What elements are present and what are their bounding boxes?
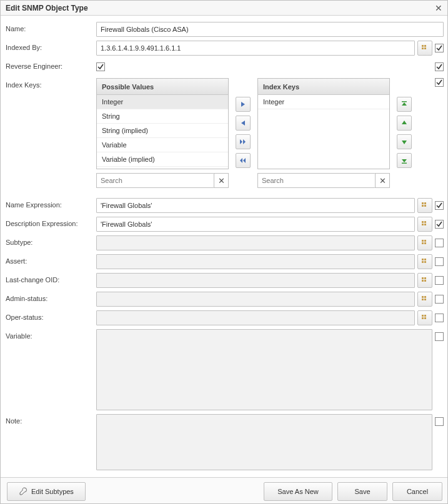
- subtype-label: Subtype:: [6, 235, 96, 246]
- svg-rect-17: [424, 242, 426, 244]
- name-label: Name:: [6, 22, 96, 32]
- titlebar: Edit SNMP Object Type ✕: [1, 1, 448, 16]
- last-change-oid-checkbox[interactable]: [435, 276, 444, 285]
- list-item[interactable]: String: [97, 109, 228, 124]
- last-change-oid-label: Last-change OID:: [6, 273, 96, 284]
- name-expression-checkbox[interactable]: [435, 201, 444, 210]
- last-change-oid-browse-button[interactable]: [417, 273, 432, 288]
- move-left-button[interactable]: [236, 116, 251, 131]
- index-keys-header: Index Keys: [258, 79, 389, 95]
- move-down-button[interactable]: [397, 134, 412, 149]
- svg-rect-29: [424, 299, 426, 300]
- admin-status-browse-button[interactable]: [417, 292, 432, 307]
- oper-status-field: [96, 310, 415, 325]
- clear-search-icon[interactable]: ✕: [214, 173, 229, 188]
- edit-subtypes-label: Edit Subtypes: [31, 488, 74, 495]
- svg-rect-14: [422, 240, 424, 242]
- svg-rect-23: [424, 277, 426, 279]
- svg-rect-32: [422, 317, 424, 319]
- possible-values-panel: Possible Values Integer String String (i…: [96, 78, 229, 169]
- name-expression-browse-button[interactable]: [417, 198, 432, 213]
- index-keys-checkbox[interactable]: [435, 78, 444, 87]
- svg-rect-10: [422, 221, 424, 223]
- note-checkbox[interactable]: [435, 417, 444, 426]
- reverse-engineer-checkbox-left[interactable]: [96, 62, 105, 71]
- save-button[interactable]: Save: [337, 482, 387, 501]
- reverse-engineer-label: Reverse Engineer:: [6, 59, 96, 70]
- last-change-oid-field: [96, 273, 415, 288]
- svg-rect-16: [422, 242, 424, 244]
- clear-search-icon[interactable]: ✕: [375, 173, 390, 188]
- close-icon[interactable]: ✕: [432, 3, 445, 13]
- description-expression-field[interactable]: [96, 217, 415, 232]
- index-keys-list[interactable]: Integer: [258, 95, 389, 169]
- svg-rect-12: [422, 224, 424, 225]
- svg-rect-30: [422, 315, 424, 317]
- svg-rect-31: [424, 315, 426, 317]
- svg-rect-20: [422, 261, 424, 263]
- svg-rect-18: [422, 259, 424, 260]
- save-as-new-button[interactable]: Save As New: [264, 482, 332, 501]
- possible-values-header: Possible Values: [97, 79, 228, 95]
- description-expression-checkbox[interactable]: [435, 220, 444, 229]
- svg-rect-11: [424, 221, 426, 223]
- list-item[interactable]: String (implied): [97, 124, 228, 138]
- indexed-by-browse-button[interactable]: [417, 41, 432, 56]
- list-item[interactable]: Integer: [97, 95, 228, 109]
- cancel-button[interactable]: Cancel: [392, 482, 442, 501]
- subtype-browse-button[interactable]: [417, 235, 432, 250]
- admin-status-field: [96, 292, 415, 307]
- svg-rect-7: [424, 202, 426, 204]
- index-keys-picker: Possible Values Integer String String (i…: [96, 78, 432, 188]
- wrench-icon: [19, 487, 27, 496]
- oper-status-browse-button[interactable]: [417, 310, 432, 325]
- svg-rect-9: [424, 205, 426, 207]
- edit-subtypes-button[interactable]: Edit Subtypes: [7, 482, 86, 501]
- variable-checkbox[interactable]: [435, 332, 444, 341]
- svg-rect-22: [422, 277, 424, 279]
- assert-label: Assert:: [6, 254, 96, 265]
- assert-field: [96, 254, 415, 269]
- svg-rect-1: [424, 45, 426, 47]
- footer: Edit Subtypes Save As New Save Cancel: [1, 477, 448, 504]
- svg-rect-26: [422, 296, 424, 298]
- name-expression-label: Name Expression:: [6, 198, 96, 209]
- svg-rect-33: [424, 317, 426, 319]
- name-field[interactable]: [96, 22, 444, 37]
- subtype-field: [96, 235, 415, 250]
- move-all-left-button[interactable]: [236, 153, 251, 168]
- assert-checkbox[interactable]: [435, 257, 444, 266]
- oper-status-checkbox[interactable]: [435, 314, 444, 322]
- oper-status-label: Oper-status:: [6, 310, 96, 321]
- svg-rect-21: [424, 261, 426, 263]
- svg-rect-25: [424, 280, 426, 282]
- svg-rect-24: [422, 280, 424, 282]
- window-title: Edit SNMP Object Type: [6, 4, 88, 12]
- index-keys-panel: Index Keys Integer: [257, 78, 390, 169]
- index-keys-label: Index Keys:: [6, 78, 96, 89]
- assert-browse-button[interactable]: [417, 254, 432, 269]
- note-field: [96, 414, 432, 470]
- move-right-button[interactable]: [236, 97, 251, 112]
- possible-values-search[interactable]: [96, 173, 214, 188]
- reverse-engineer-checkbox-right[interactable]: [435, 62, 444, 71]
- svg-rect-4: [402, 101, 407, 102]
- description-expression-browse-button[interactable]: [417, 217, 432, 232]
- subtype-checkbox[interactable]: [435, 239, 444, 247]
- admin-status-checkbox[interactable]: [435, 295, 444, 304]
- note-label: Note:: [6, 414, 96, 425]
- move-up-button[interactable]: [397, 116, 412, 131]
- variable-label: Variable:: [6, 329, 96, 340]
- indexed-by-checkbox[interactable]: [435, 44, 444, 52]
- index-keys-search[interactable]: [257, 173, 375, 188]
- move-top-button[interactable]: [397, 97, 412, 112]
- indexed-by-field[interactable]: [96, 41, 415, 56]
- name-expression-field[interactable]: [96, 198, 415, 213]
- possible-values-list[interactable]: Integer String String (implied) Variable…: [97, 95, 228, 169]
- list-item[interactable]: Variable: [97, 138, 228, 152]
- list-item[interactable]: Integer: [258, 95, 389, 109]
- indexed-by-label: Indexed By:: [6, 41, 96, 51]
- move-bottom-button[interactable]: [397, 153, 412, 168]
- move-all-right-button[interactable]: [236, 134, 251, 149]
- list-item[interactable]: Variable (implied): [97, 152, 228, 167]
